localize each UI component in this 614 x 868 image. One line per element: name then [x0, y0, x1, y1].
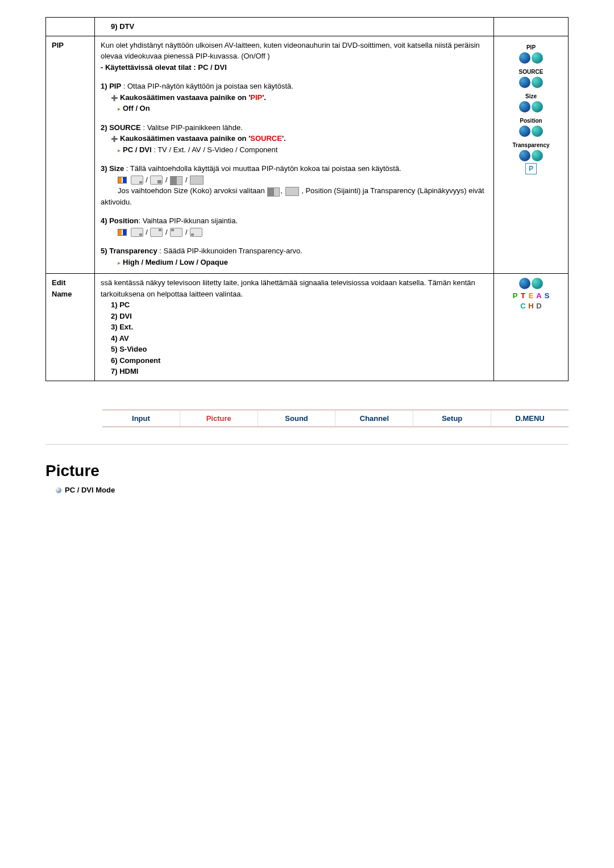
pip-pos-tl-icon	[170, 228, 182, 237]
edit-item-4: 4) AV	[111, 334, 129, 343]
remote-play-icon	[519, 101, 530, 112]
pip-1-remote-b: '.	[262, 93, 266, 102]
remote-label-transparency: Transparency	[500, 141, 562, 149]
arrow-icon	[118, 258, 123, 266]
edit-name-label: Edit Name	[46, 274, 95, 381]
edit-intro: ssä kentässä näkyy televisoon liitetty l…	[101, 278, 475, 298]
pip-1-desc: : Ottaa PIP-näytön käyttöön ja poistaa s…	[121, 82, 293, 90]
edit-item-2: 2) DVI	[111, 312, 132, 320]
pip-4-title: 4) Position	[101, 216, 138, 225]
pip-1-remote-a: Kaukosäätimen vastaava painike on '	[120, 93, 250, 102]
edit-item-6: 6) Component	[111, 356, 160, 365]
tab-input[interactable]: Input	[102, 410, 180, 427]
edit-label-2: Name	[52, 290, 72, 298]
remote-stop-icon	[532, 52, 543, 64]
tab-sound[interactable]: Sound	[258, 410, 336, 427]
p-box-icon: P	[525, 163, 537, 174]
pip-2-opt-a: PC / DVI	[123, 145, 152, 154]
pip-pos-bl-icon	[190, 228, 202, 237]
remote-label-position: Position	[500, 116, 562, 125]
pip-size-icon	[131, 176, 143, 185]
pip-split-icon	[170, 176, 182, 184]
remote-label-pip: PIP	[500, 43, 562, 52]
pip-2-remote-a: Kaukosäätimen vastaava painike on '	[120, 134, 250, 143]
remote-stop-icon	[532, 101, 543, 112]
tab-picture[interactable]: Picture	[180, 410, 258, 427]
pip-2-remote-b: '.	[282, 134, 286, 143]
remote-label-source: SOURCE	[500, 68, 562, 76]
pip-3-desc: : Tällä vaihtoehdolla käyttäjä voi muutt…	[124, 164, 401, 173]
remote-label-size: Size	[500, 92, 562, 101]
remote-play-icon	[519, 77, 530, 88]
plus-icon	[111, 93, 120, 102]
prev-row-content: 9) DTV	[95, 18, 494, 36]
prev-row-icons	[494, 18, 569, 36]
letters-row-2: CHD	[500, 302, 562, 310]
pip-5-desc: : Säädä PIP-ikkunoiden Transparency-arvo…	[157, 247, 302, 255]
edit-item-5: 5) S-Video	[111, 345, 147, 353]
edit-item-3: 3) Ext.	[111, 323, 133, 331]
arrow-icon	[118, 145, 123, 154]
pip-2-remote-key: SOURCE	[250, 134, 282, 143]
edit-item-7: 7) HDMI	[111, 367, 138, 375]
dtv-item: 9) DTV	[101, 21, 488, 32]
pip-2-title: 2) SOURCE	[101, 123, 141, 132]
pip-2-desc: : Valitse PIP-painikkeen lähde.	[141, 123, 243, 132]
prev-row-label	[46, 18, 95, 36]
remote-stop-icon	[532, 77, 543, 88]
pip-wide-icon	[285, 187, 299, 196]
pip-label: PIP	[46, 36, 95, 274]
pip-1-remote-key: PIP	[250, 93, 262, 102]
tab-setup[interactable]: Setup	[413, 410, 491, 427]
pip-size-icon	[150, 176, 163, 185]
section-title: Picture	[45, 462, 569, 480]
remote-stop-icon	[532, 150, 543, 161]
edit-name-content: ssä kentässä näkyy televisoon liitetty l…	[95, 274, 494, 381]
pip-split-icon	[267, 187, 280, 195]
pip-2-opt-b: : TV / Ext. / AV / S-Video / Component	[152, 145, 278, 154]
pip-content: Kun olet yhdistänyt näyttöön ulkoisen AV…	[95, 36, 494, 274]
letters-row-1: PTEAS	[500, 292, 562, 300]
remote-stop-icon	[532, 126, 543, 137]
pip-modes: - Käytettävissä olevat tilat : PC / DVI	[101, 63, 227, 72]
pip-pos-br-icon	[131, 228, 143, 237]
pip-pos-tr-icon	[150, 228, 163, 237]
option-icon	[118, 229, 127, 236]
remote-play-icon	[519, 278, 530, 289]
sub-heading: PC / DVI Mode	[56, 486, 569, 494]
sub-heading-text: PC / DVI Mode	[65, 486, 115, 494]
nav-tabs: Input Picture Sound Channel Setup D.MENU	[102, 410, 569, 427]
remote-stop-icon	[532, 278, 543, 289]
settings-table: 9) DTV PIP Kun olet yhdistänyt näyttöön …	[45, 17, 569, 381]
pip-3-title: 3) Size	[101, 164, 124, 173]
pip-5-title: 5) Transparency	[101, 247, 157, 255]
remote-play-icon	[519, 52, 530, 64]
pip-4-desc: : Vaihtaa PIP-ikkunan sijaintia.	[138, 216, 238, 225]
plus-icon	[111, 134, 120, 143]
edit-name-icons: PTEAS CHD	[494, 274, 569, 381]
option-icon	[118, 177, 127, 183]
pip-3-note: Jos vaihtoehdon Size (Koko) arvoksi vali…	[118, 186, 267, 195]
tab-channel[interactable]: Channel	[335, 410, 413, 427]
pip-5-opt: High / Medium / Low / Opaque	[123, 258, 228, 266]
separator	[45, 444, 569, 445]
pip-wide-icon	[190, 176, 204, 185]
arrow-icon	[118, 104, 123, 112]
pip-intro: Kun olet yhdistänyt näyttöön ulkoisen AV…	[101, 41, 480, 61]
pip-1-title: 1) PIP	[101, 82, 121, 90]
edit-label-1: Edit	[52, 278, 66, 287]
remote-play-icon	[519, 150, 530, 161]
remote-play-icon	[519, 126, 530, 137]
pip-1-opt: Off / On	[123, 104, 150, 112]
edit-item-1: 1) PC	[111, 301, 130, 309]
tab-dmenu[interactable]: D.MENU	[491, 410, 569, 427]
pip-remote-icons: PIP SOURCE Size Position Transparency P	[494, 36, 569, 274]
bullet-icon	[56, 487, 61, 493]
